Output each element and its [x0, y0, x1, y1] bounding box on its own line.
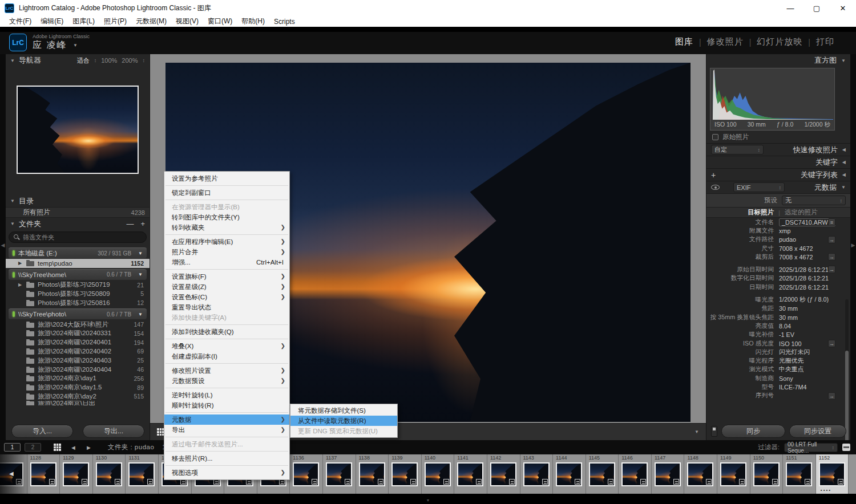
photo-thumbnail[interactable] [30, 462, 56, 486]
photo-thumbnail[interactable] [655, 462, 681, 486]
zoom-stepper-icon[interactable]: ↕ [143, 58, 146, 63]
develop-badge-icon[interactable] [115, 479, 120, 485]
maximize-button[interactable]: ▢ [803, 0, 830, 16]
histogram-expand-icon[interactable]: ▼ [841, 58, 846, 63]
top-collapse-strip[interactable]: ▲ [0, 27, 856, 32]
context-menu-item[interactable]: 顺时针旋转(R) [164, 400, 289, 410]
metadata-expand-icon[interactable]: ▼ [841, 185, 846, 190]
close-button[interactable]: ✕ [830, 0, 856, 16]
identity-dropdown-icon[interactable]: ▼ [73, 43, 78, 48]
context-menu-item[interactable]: 设置星级(Z)❯ [164, 282, 289, 292]
navigator-preview[interactable] [6, 67, 150, 195]
folder-row[interactable]: 旅游\2024南京\day2515 [6, 392, 150, 401]
filmstrip-cell[interactable]: 1143 [520, 454, 554, 494]
minimize-button[interactable]: — [777, 0, 803, 16]
metadata-action-button[interactable]: → [828, 392, 835, 400]
develop-badge-icon[interactable] [378, 479, 383, 485]
sync-settings-button[interactable]: 同步设置 [789, 425, 846, 438]
menubar-item[interactable]: 视图(V) [171, 16, 203, 27]
folder-row[interactable]: ▶Photos\摄影练习\25071921 [6, 281, 150, 290]
collapse-right-icon[interactable]: ▶ [850, 242, 856, 248]
context-menu-item[interactable]: 转到图库中的文件夹(Y) [164, 212, 289, 222]
develop-badge-icon[interactable] [49, 479, 55, 485]
folder-row[interactable]: 旅游\2024南疆\2024040269 [6, 347, 150, 356]
navigator-photo[interactable] [17, 86, 139, 174]
develop-badge-icon[interactable] [673, 479, 679, 485]
metadata-header[interactable]: EXIF↕ 元数据 ▼ [706, 181, 850, 193]
volume-header[interactable]: \\SkyTree\home\0.6 / 7 TB▼ [9, 269, 147, 280]
context-menu-item[interactable]: 逆时针旋转(L) [164, 390, 289, 400]
context-menu-item[interactable]: 视图选项❯ [164, 468, 289, 478]
develop-badge-icon[interactable] [805, 479, 810, 485]
module-3[interactable]: 幻灯片放映 [757, 36, 802, 47]
metadata-action-button[interactable]: ≡ [828, 218, 835, 226]
develop-badge-icon[interactable] [509, 479, 515, 485]
context-menu-item[interactable]: 照片合并❯ [164, 247, 289, 257]
context-menu-item[interactable]: 元数据❯ [164, 414, 289, 425]
screen-1-button[interactable]: 1 [4, 443, 21, 452]
context-menu-item[interactable]: 堆叠(X)❯ [164, 341, 289, 351]
keyword-list-expand-icon[interactable]: ◀ [842, 172, 846, 177]
zoom-fit-option[interactable]: 适合 [77, 56, 90, 65]
add-keyword-button[interactable]: + [711, 170, 716, 180]
develop-badge-icon[interactable] [82, 479, 87, 485]
photo-thumbnail[interactable] [326, 462, 352, 486]
filmstrip-cell[interactable]: 1140 [422, 454, 455, 494]
filmstrip-cell[interactable]: 1138 [356, 454, 389, 494]
zoom-stepper-icon[interactable]: ↕ [94, 58, 97, 63]
module-2[interactable]: 修改照片 [707, 36, 744, 47]
sync-toggle[interactable] [711, 426, 717, 437]
previous-photo-icon[interactable]: ◄ [70, 444, 76, 451]
develop-badge-icon[interactable] [838, 479, 843, 485]
context-menu-item[interactable]: 设置为参考照片 [164, 173, 289, 184]
photo-thumbnail[interactable] [621, 462, 648, 486]
context-menu-item[interactable]: 元数据预设❯ [164, 376, 289, 386]
develop-badge-icon[interactable] [312, 479, 317, 485]
folder-row[interactable]: 旅游\2024南疆\2024040446 [6, 365, 150, 374]
filmstrip-cell[interactable]: 1130 [93, 454, 126, 494]
filmstrip-cell[interactable]: 1148 [684, 454, 717, 494]
filmstrip-scroll-left-icon[interactable]: ◀ [9, 470, 14, 477]
filmstrip-cell[interactable]: 1145 [586, 454, 619, 494]
folder-row[interactable]: Photos\摄影练习\25081612 [6, 298, 150, 307]
original-photo-checkbox[interactable] [712, 134, 718, 140]
volume-header[interactable]: 本地磁盘 (E:)302 / 931 GB▼ [9, 247, 147, 258]
photo-thumbnail[interactable] [786, 462, 812, 486]
filmstrip-cell[interactable]: 1146 [619, 454, 652, 494]
metadata-view-select[interactable]: EXIF↕ [733, 182, 785, 192]
photo-thumbnail[interactable] [720, 462, 746, 486]
filmstrip-cell[interactable]: 1129 [60, 454, 93, 494]
filmstrip-cell[interactable]: 1142 [487, 454, 520, 494]
filmstrip-cell[interactable]: 1149 [717, 454, 750, 494]
module-1[interactable]: 图库 [675, 36, 693, 47]
photo-thumbnail[interactable] [63, 462, 89, 486]
photo-thumbnail[interactable] [556, 462, 582, 486]
zoom-100-option[interactable]: 100% [101, 57, 117, 64]
context-menu-item[interactable]: 在应用程序中编辑(E)❯ [164, 237, 289, 247]
photo-thumbnail[interactable] [457, 462, 483, 486]
keyword-list-header[interactable]: + 关键字列表 ◀ [706, 168, 850, 181]
catalog-expand-icon[interactable]: ▼ [10, 198, 15, 204]
folder-row[interactable]: 旅游\2024南京\日出 [6, 401, 150, 405]
histogram-header[interactable]: 直方图 ▼ [706, 54, 850, 67]
volume-expand-icon[interactable]: ▼ [138, 312, 143, 317]
eye-icon[interactable] [711, 185, 720, 190]
photo-thumbnail[interactable] [589, 462, 615, 486]
context-menu-item[interactable]: 修改照片设置❯ [164, 365, 289, 376]
filmstrip-cell[interactable]: 1141 [454, 454, 487, 494]
photo-thumbnail[interactable] [523, 462, 550, 486]
menubar-item[interactable]: 帮助(H) [237, 16, 269, 27]
folder-expand-icon[interactable]: ▶ [18, 282, 23, 287]
develop-badge-icon[interactable] [443, 479, 449, 485]
selected-photos-label[interactable]: 选定的照片 [785, 208, 818, 217]
develop-badge-icon[interactable] [147, 479, 153, 485]
filmstrip-cell[interactable]: 1137 [323, 454, 356, 494]
folder-expand-icon[interactable]: ▶ [18, 261, 23, 266]
folder-row[interactable]: 旅游\2024南疆\20240331154 [6, 329, 150, 338]
keywording-header[interactable]: 关键字 ◀ [706, 156, 850, 168]
grid-view-icon[interactable] [54, 444, 61, 451]
context-menu-item[interactable]: 重置导出状态 [164, 302, 289, 312]
develop-badge-icon[interactable] [476, 479, 482, 485]
left-panel-edge[interactable]: ◀ [0, 54, 6, 440]
filmstrip-cell[interactable]: 1139 [389, 454, 422, 494]
